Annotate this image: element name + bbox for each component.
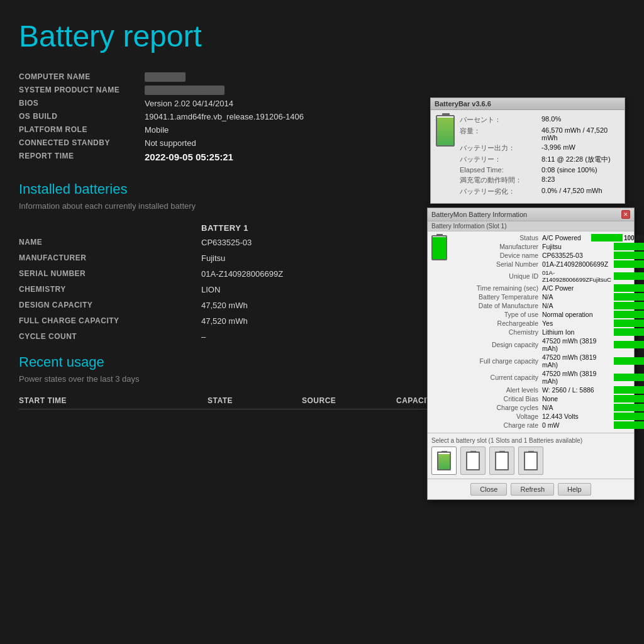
batterymon-slot-1[interactable] xyxy=(431,447,457,475)
battery-label-design-capacity: DESIGN CAPACITY xyxy=(19,301,201,310)
bb-row-percent: パーセント： 98.0% xyxy=(460,115,619,125)
bm-row-current-cap: Current capacity 47520 mWh (3819 mAh) xyxy=(454,370,644,385)
batterymon-slots-label: Select a battery slot (1 Slots and 1 Bat… xyxy=(431,437,630,444)
batterybar-window: BatteryBar v3.6.6 パーセント： 98.0% 容量： 46,57… xyxy=(430,97,625,204)
batterymon-close-button[interactable]: ✕ xyxy=(621,210,630,219)
bm-bar-current-cap xyxy=(614,374,644,381)
battery-row-serial: SERIAL NUMBER 01A-Z140928006699Z xyxy=(19,269,402,279)
bm-row-rechargeable: Rechargeable Yes xyxy=(454,319,644,327)
batterybar-icon-area xyxy=(436,115,455,198)
bm-value-date-mfr: N/A xyxy=(542,302,611,309)
bm-bar-unique-id xyxy=(614,272,644,280)
bm-row-voltage: Voltage 12.443 Volts xyxy=(454,413,644,420)
bm-bar-rechargeable xyxy=(614,319,644,327)
bm-label-critical: Critical Bias xyxy=(454,395,542,402)
batterymon-slot-2[interactable] xyxy=(460,447,486,475)
bm-label-time-remaining: Time remaining (sec) xyxy=(454,284,542,292)
bb-value-percent: 98.0% xyxy=(541,115,561,125)
battery-row-name: NAME CP633525-03 xyxy=(19,238,402,247)
batterymon-slot-4[interactable] xyxy=(518,447,543,475)
bm-label-date-mfr: Date of Manufacture xyxy=(454,302,542,309)
bm-value-current-cap: 47520 mWh (3819 mAh) xyxy=(542,370,611,385)
bm-row-manufacturer: Manufacturer Fujitsu xyxy=(454,243,644,250)
battery-value-chemistry: LION xyxy=(201,285,220,294)
bb-label-battery: バッテリー： xyxy=(460,155,541,164)
bm-bar-manufacturer xyxy=(614,243,644,250)
bm-bar-charge-cycles xyxy=(614,404,644,411)
batterymon-titlebar: BatteryMon Battery Information ✕ xyxy=(428,208,634,221)
os-build-label: OS BUILD xyxy=(19,112,145,121)
computer-name-value: L0FK75GR xyxy=(145,72,186,82)
bm-bar-full-cap xyxy=(614,357,644,365)
bm-row-status: Status A/C Powered 100.0% xyxy=(454,234,644,242)
bm-value-voltage: 12.443 Volts xyxy=(542,413,611,420)
bm-value-manufacturer: Fujitsu xyxy=(542,243,611,250)
bm-value-serial: 01A-Z140928006699Z xyxy=(542,260,611,268)
battery-value-name: CP633525-03 xyxy=(201,238,252,247)
batterymon-help-button[interactable]: Help xyxy=(558,483,591,496)
report-time-label: REPORT TIME xyxy=(19,152,145,162)
batterybar-rows: パーセント： 98.0% 容量： 46,570 mWh / 47,520 mWh… xyxy=(460,115,619,198)
bm-label-voltage: Voltage xyxy=(454,413,542,420)
battery-value-cycle-count: – xyxy=(201,332,206,341)
batterymon-slots-area: Select a battery slot (1 Slots and 1 Bat… xyxy=(428,433,634,479)
bm-label-alert: Alert levels xyxy=(454,386,542,394)
batterybar-titlebar: BatteryBar v3.6.6 xyxy=(431,98,625,110)
battery-row-chemistry: CHEMISTRY LION xyxy=(19,285,402,294)
batterybar-content: パーセント： 98.0% 容量： 46,570 mWh / 47,520 mWh… xyxy=(431,110,625,203)
battery-row-cycle-count: CYCLE COUNT – xyxy=(19,332,402,341)
bm-row-critical: Critical Bias None xyxy=(454,395,644,402)
bb-row-output: バッテリー出力： -3,996 mW xyxy=(460,143,619,153)
battery-label-name: NAME xyxy=(19,238,201,247)
bm-label-unique-id: Unique ID xyxy=(454,272,542,280)
bb-label-full-runtime: 満充電の動作時間： xyxy=(460,175,541,185)
bb-label-degradation: バッテリー劣化： xyxy=(460,187,541,196)
bm-percent: 100.0% xyxy=(624,235,644,242)
bb-row-degradation: バッテリー劣化： 0.0% / 47,520 mWh xyxy=(460,187,619,196)
bm-bar-charge-rate xyxy=(614,421,644,429)
bm-value-alert: W: 2560 / L: 5886 xyxy=(542,386,611,394)
bb-row-capacity: 容量： 46,570 mWh / 47,520 mWh xyxy=(460,126,619,142)
bb-row-elapsed: Elapsed Time: 0:08 (since 100%) xyxy=(460,166,619,174)
bm-value-charge-cycles: N/A xyxy=(542,404,611,411)
bm-bar-status xyxy=(591,234,623,242)
batterymon-slot-1-fill xyxy=(438,454,450,469)
bm-row-unique-id: Unique ID 01A-Z140928006699ZFujitsuC xyxy=(454,269,644,283)
bm-label-rechargeable: Rechargeable xyxy=(454,319,542,327)
battery-value-design-capacity: 47,520 mWh xyxy=(201,301,248,310)
bm-bar-critical xyxy=(614,395,644,402)
os-build-value: 19041.1.amd64fre.vb_release.191206-1406 xyxy=(145,112,304,121)
connected-standby-label: CONNECTED STANDBY xyxy=(19,138,145,148)
bios-value: Version 2.02 04/14/2014 xyxy=(145,99,233,108)
batterymon-slot-4-battery xyxy=(524,452,538,470)
bm-row-chemistry: Chemistry Lithium Ion xyxy=(454,328,644,336)
page-title: Battery report xyxy=(19,19,625,53)
bm-label-manufacturer: Manufacturer xyxy=(454,243,542,250)
bm-bar-chemistry xyxy=(614,328,644,336)
batterymon-refresh-button[interactable]: Refresh xyxy=(511,483,554,496)
battery-value-serial: 01A-Z140928006699Z xyxy=(201,269,283,279)
bm-value-device-name: CP633525-03 xyxy=(542,252,611,259)
bb-value-full-runtime: 8:23 xyxy=(541,175,555,185)
system-product-value: FUJITSU FMVC75RR xyxy=(145,86,225,95)
bm-row-type-use: Type of use Normal operation xyxy=(454,311,644,318)
bm-value-rechargeable: Yes xyxy=(542,319,611,327)
bm-value-temp: N/A xyxy=(542,293,611,301)
bm-label-chemistry: Chemistry xyxy=(454,328,542,336)
connected-standby-value: Not supported xyxy=(145,138,196,148)
bm-label-current-cap: Current capacity xyxy=(454,374,542,381)
batterymon-slot-3[interactable] xyxy=(489,447,514,475)
bm-bar-type-use xyxy=(614,311,644,318)
report-time-value: 2022-09-05 05:25:21 xyxy=(145,152,233,162)
batterymon-close-button-bottom[interactable]: Close xyxy=(470,483,507,496)
batterymon-title: BatteryMon Battery Information xyxy=(431,211,527,218)
bm-row-serial: Serial Number 01A-Z140928006699Z xyxy=(454,260,644,268)
bm-value-critical: None xyxy=(542,395,611,402)
batterymon-icon-area xyxy=(431,234,450,430)
bm-value-design-cap: 47520 mWh (3819 mAh) xyxy=(542,337,611,352)
bb-value-capacity: 46,570 mWh / 47,520 mWh xyxy=(541,126,619,142)
battery-row-manufacturer: MANUFACTURER Fujitsu xyxy=(19,253,402,263)
batterymon-content: Status A/C Powered 100.0% Manufacturer F… xyxy=(428,231,634,433)
bm-value-unique-id: 01A-Z140928006699ZFujitsuC xyxy=(542,269,611,283)
bm-label-type-use: Type of use xyxy=(454,311,542,318)
